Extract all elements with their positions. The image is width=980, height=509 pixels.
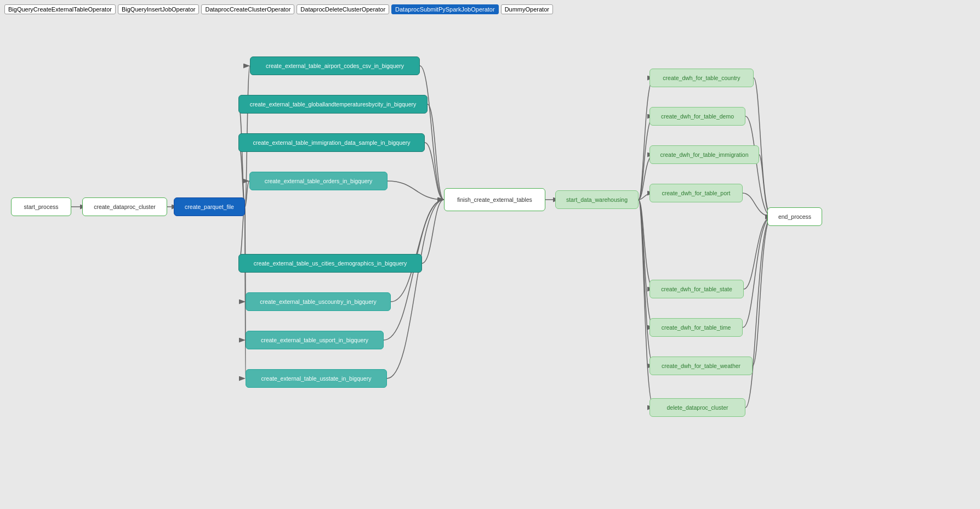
node-dwh_demo[interactable]: create_dwh_for_table_demo <box>649 107 745 126</box>
node-dwh_weather[interactable]: create_dwh_for_table_weather <box>649 357 753 375</box>
node-delete_dataproc_cluster[interactable]: delete_dataproc_cluster <box>649 398 745 417</box>
operator-filter-bar: BigQueryCreateExternalTableOperatorBigQu… <box>0 0 980 33</box>
node-finish_create_external_tables[interactable]: finish_create_external_tables <box>444 188 545 211</box>
node-ext_orders[interactable]: create_external_table_orders_in_bigquery <box>249 172 388 190</box>
node-dwh_time[interactable]: create_dwh_for_table_time <box>649 318 743 337</box>
node-dwh_immigration[interactable]: create_dwh_for_table_immigration <box>649 145 759 164</box>
dag-canvas: start_processcreate_dataproc_clustercrea… <box>0 33 980 509</box>
node-ext_uscountry[interactable]: create_external_table_uscountry_in_bigqu… <box>246 292 391 311</box>
node-end_process[interactable]: end_process <box>767 207 822 226</box>
node-ext_immigration[interactable]: create_external_table_immigration_data_s… <box>238 133 425 152</box>
node-start_process[interactable]: start_process <box>11 197 71 216</box>
node-ext_airport[interactable]: create_external_table_airport_codes_csv_… <box>250 56 420 75</box>
operator-tag-dummyoperator[interactable]: DummyOperator <box>501 4 553 14</box>
node-ext_us_cities[interactable]: create_external_table_us_cities_demograp… <box>238 254 422 273</box>
node-ext_usport[interactable]: create_external_table_usport_in_bigquery <box>246 331 384 349</box>
node-ext_usstate[interactable]: create_external_table_usstate_in_bigquer… <box>246 369 387 388</box>
node-dwh_port[interactable]: create_dwh_for_table_port <box>649 184 743 202</box>
node-start_data_warehousing[interactable]: start_data_warehousing <box>555 190 639 209</box>
dag-connections <box>0 33 980 509</box>
node-create_dataproc_cluster[interactable]: create_dataproc_cluster <box>82 197 167 216</box>
node-dwh_country[interactable]: create_dwh_for_table_country <box>649 69 754 87</box>
operator-tag-dataprocdeleteclusteroperator[interactable]: DataprocDeleteClusterOperator <box>297 4 389 14</box>
operator-tag-bigquerycreateexternaltableoperator[interactable]: BigQueryCreateExternalTableOperator <box>4 4 116 14</box>
operator-tag-dataprocsubmitpysparkjoboperator[interactable]: DataprocSubmitPySparkJobOperator <box>391 4 499 14</box>
node-ext_global[interactable]: create_external_table_globallandtemperat… <box>238 95 428 114</box>
operator-tag-bigqueryinsertjoboperator[interactable]: BigQueryInsertJobOperator <box>118 4 200 14</box>
node-dwh_state[interactable]: create_dwh_for_table_state <box>649 280 744 298</box>
operator-tag-dataproccreateclusteroperator[interactable]: DataprocCreateClusterOperator <box>201 4 294 14</box>
node-create_parquet_file[interactable]: create_parquet_file <box>174 197 245 216</box>
